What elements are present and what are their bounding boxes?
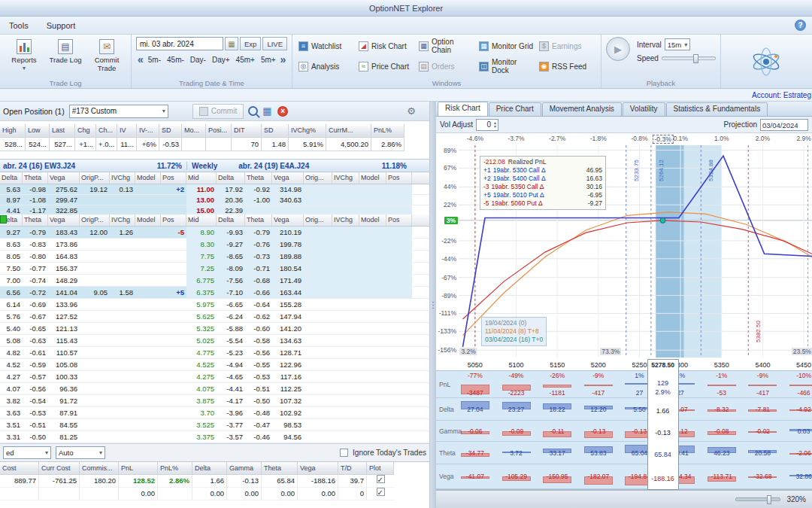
commit-button[interactable]: Commit: [192, 104, 244, 119]
column-header[interactable]: OrigP...: [80, 172, 110, 184]
option-row[interactable]: 7.50 -0.77 156.37 7.25 -8.09 -0.71 180.5…: [0, 263, 429, 275]
nav-back-icon[interactable]: «: [138, 53, 144, 65]
column-header[interactable]: Theta: [245, 214, 272, 226]
option-row[interactable]: 5.08 -0.63 115.43 5.025 -5.54 -0.58 134.…: [0, 335, 429, 347]
time-nav-button[interactable]: Day+: [212, 56, 230, 64]
column-header[interactable]: Model: [135, 214, 161, 226]
option-row[interactable]: 3.51 -0.51 84.55 3.525 -3.77 -0.47 98.53: [0, 419, 429, 431]
column-header[interactable]: Vega: [272, 172, 304, 184]
live-button[interactable]: LIVE: [262, 37, 287, 50]
column-header[interactable]: Delta: [0, 172, 23, 184]
column-header[interactable]: Vega: [48, 214, 80, 226]
option-row[interactable]: 5.40 -0.65 121.13 5.325 -5.88 -0.60 141.…: [0, 323, 429, 335]
column-header[interactable]: Pos: [161, 172, 186, 184]
vol-adjust-spinner[interactable]: 0 ▲▼: [476, 119, 498, 131]
option-row[interactable]: 9.27 -0.79 183.43 12.00 1.26 -5 8.90 -9.…: [0, 227, 429, 239]
column-header[interactable]: Model: [359, 214, 386, 226]
column-header[interactable]: Pos: [386, 172, 412, 184]
column-header[interactable]: Theta: [23, 214, 48, 226]
search-icon[interactable]: [248, 106, 258, 116]
column-header[interactable]: Model: [135, 172, 161, 184]
monitor-dock-toggle[interactable]: ◫Monitor Dock: [477, 57, 536, 75]
calendar-icon[interactable]: ▦: [225, 37, 238, 50]
help-icon[interactable]: ?: [795, 20, 806, 31]
menu-support[interactable]: Support: [44, 20, 79, 32]
interval-select[interactable]: 15m▾: [665, 38, 691, 50]
option-chain-toggle[interactable]: ▦Option Chain: [417, 37, 476, 55]
gear-icon[interactable]: ⚙: [407, 105, 416, 117]
option-row[interactable]: 6.56 -0.72 141.04 9.05 1.58 +5 6.375 -7.…: [0, 287, 429, 299]
time-nav-button[interactable]: 45m+: [236, 56, 255, 64]
rss-feed-toggle[interactable]: ◉RSS Feed: [538, 57, 596, 75]
analysis-toggle[interactable]: ◎Analysis: [297, 57, 356, 75]
plot-checkbox[interactable]: [377, 488, 385, 496]
option-row[interactable]: 4.41 -1.17 322.85 15.00 22.39: [0, 205, 429, 214]
trading-date-input[interactable]: mi. 03 abr. 2024: [136, 37, 223, 50]
trade-log-button[interactable]: ▤ Trade Log: [46, 37, 85, 66]
column-header[interactable]: Vega: [48, 172, 80, 184]
position-selector[interactable]: #173 Custom▾: [69, 105, 168, 118]
layout-grid-icon[interactable]: ▦: [262, 106, 273, 117]
option-row[interactable]: 4.07 -0.56 96.36 4.075 -4.41 -0.51 112.2…: [0, 383, 429, 395]
column-header[interactable]: IVChg: [332, 172, 359, 184]
commit-trade-button[interactable]: ✉ Commit Trade: [87, 37, 126, 75]
column-header[interactable]: IVChg: [332, 214, 359, 226]
column-header[interactable]: Orig...: [304, 214, 332, 226]
column-header[interactable]: IVChg: [110, 214, 135, 226]
option-row[interactable]: 6.14 -0.69 133.96 5.975 -6.65 -0.64 155.…: [0, 299, 429, 311]
option-row[interactable]: 3.82 -0.54 91.72 3.875 -4.17 -0.50 107.3…: [0, 395, 429, 407]
column-header[interactable]: Mid: [186, 214, 217, 226]
plot-checkbox[interactable]: [377, 475, 385, 483]
risk-chart[interactable]: -4.6%-3.7%-2.7%-1.8%-0.8%-0.3%0.1%1.0%2.…: [436, 133, 812, 371]
expiry-left[interactable]: abr. 24 (16) EW3.J24 11.72%: [0, 162, 186, 170]
risk-chart-toggle[interactable]: ◢Risk Chart: [357, 37, 416, 55]
ignore-todays-trades-checkbox[interactable]: [340, 449, 348, 457]
option-row[interactable]: 4.82 -0.61 110.57 4.775 -5.23 -0.56 128.…: [0, 347, 429, 359]
watchlist-toggle[interactable]: ≡Watchlist: [297, 37, 356, 55]
column-header[interactable]: Delta: [217, 214, 245, 226]
projection-date-input[interactable]: 03/04/2024: [760, 119, 808, 131]
column-header[interactable]: IVChg: [110, 172, 135, 184]
speed-slider-thumb[interactable]: [693, 54, 698, 63]
option-row[interactable]: 3.31 -0.50 81.25 3.375 -3.57 -0.46 94.56: [0, 431, 429, 443]
time-nav-button[interactable]: 5m-: [148, 56, 161, 64]
tab-risk-chart[interactable]: Risk Chart: [438, 102, 488, 116]
monitor-grid-toggle[interactable]: ▦Monitor Grid: [477, 37, 536, 55]
pricing-mode-select[interactable]: Auto▾: [56, 446, 105, 459]
tab-statistics-fundamentals[interactable]: Statistics & Fundamentals: [666, 102, 768, 116]
column-header[interactable]: Vega: [272, 214, 304, 226]
column-header[interactable]: Mid: [186, 172, 217, 184]
view-mode-select[interactable]: ed▾: [3, 446, 51, 459]
reports-button[interactable]: Reports ▾: [5, 37, 44, 75]
option-row[interactable]: 8.05 -0.80 164.83 7.75 -8.65 -0.73 189.8…: [0, 251, 429, 263]
option-row[interactable]: 4.52 -0.59 105.08 4.525 -4.94 -0.55 122.…: [0, 359, 429, 371]
option-row[interactable]: 5.63 -0.98 275.62 19.12 0.13 +2 11.00 17…: [0, 184, 429, 195]
option-row[interactable]: 3.63 -0.53 87.91 3.70 -3.96 -0.48 102.92: [0, 407, 429, 419]
tab-volatility[interactable]: Volatility: [623, 102, 665, 116]
tab-price-chart[interactable]: Price Chart: [489, 102, 541, 116]
price-chart-toggle[interactable]: ≈Price Chart: [357, 57, 416, 75]
time-nav-button[interactable]: 5m+: [261, 56, 276, 64]
zoom-slider-thumb[interactable]: [767, 495, 771, 504]
menu-tools[interactable]: Tools: [6, 20, 32, 32]
zoom-slider[interactable]: [735, 497, 780, 501]
close-position-icon[interactable]: ×: [277, 106, 288, 117]
option-row[interactable]: 4.27 -0.57 100.33 4.275 -4.65 -0.53 117.…: [0, 371, 429, 383]
column-header[interactable]: Theta: [245, 172, 272, 184]
speed-slider[interactable]: [662, 56, 716, 60]
column-header[interactable]: Theta: [23, 172, 48, 184]
exp-button[interactable]: Exp: [240, 37, 261, 50]
option-row[interactable]: 8.63 -0.83 173.86 8.30 -9.27 -0.76 199.7…: [0, 239, 429, 251]
tab-movement-analysis[interactable]: Movement Analysis: [542, 102, 622, 116]
column-header[interactable]: Pos: [386, 214, 412, 226]
column-header[interactable]: OrigP...: [80, 214, 110, 226]
option-row[interactable]: 8.97 -1.08 299.47 13.00 20.36 -1.00 340.…: [0, 195, 429, 205]
column-header[interactable]: Delta: [217, 172, 245, 184]
column-header[interactable]: Model: [359, 172, 386, 184]
time-nav-button[interactable]: 45m-: [167, 56, 184, 64]
time-nav-button[interactable]: Day-: [190, 56, 206, 64]
nav-forward-icon[interactable]: »: [280, 53, 286, 65]
expiry-right[interactable]: Weekly abr. 24 (19) E4A.J24 11.18%: [186, 162, 429, 170]
panel-splitter[interactable]: ⋮: [430, 102, 436, 508]
column-header[interactable]: Pos: [161, 214, 186, 226]
